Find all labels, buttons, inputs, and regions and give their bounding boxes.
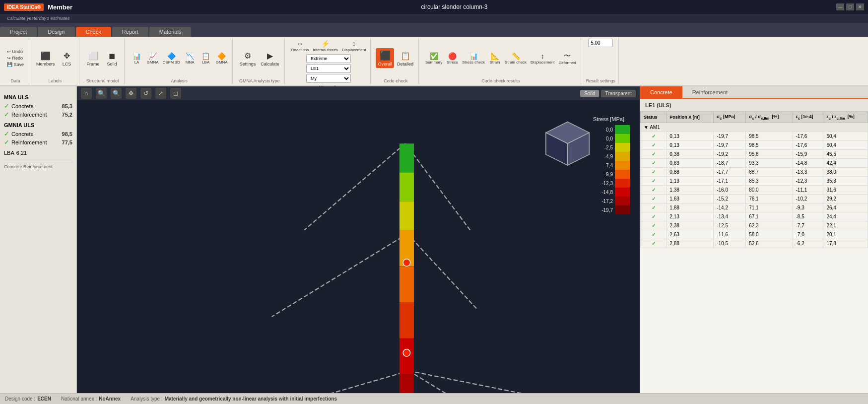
- cell-sigma-ratio: 80,0: [746, 185, 793, 194]
- results-table-container[interactable]: Status Position X [m] σc [MPa] σc / σc,l…: [640, 112, 868, 393]
- frame-icon: ⬜: [87, 50, 99, 62]
- mna-uls-title: MNA ULS: [4, 94, 72, 100]
- scale-row-3: -4,9: [593, 152, 630, 161]
- cell-status: ✓: [641, 158, 667, 167]
- am1-collapse-icon[interactable]: ▼: [644, 125, 649, 130]
- design-code-val: ECEN: [37, 396, 51, 402]
- tab-report[interactable]: Report: [112, 27, 148, 37]
- strain-button[interactable]: 📐 Strain: [487, 51, 502, 66]
- save-button[interactable]: 💾 Save: [5, 62, 26, 67]
- mna-button[interactable]: 📉 MNA: [183, 51, 198, 66]
- transparent-view-button[interactable]: Transparent: [601, 90, 636, 97]
- detailed-button[interactable]: 📋 Detailed: [395, 48, 415, 68]
- scale-row-2: -2,5: [593, 143, 630, 152]
- home-icon[interactable]: ⌂: [81, 88, 92, 99]
- main-area: MNA ULS ✓ Concrete 85,3 ✓ Reinforcement …: [0, 86, 868, 393]
- zoom-in-icon[interactable]: 🔍: [96, 88, 107, 99]
- deformed-button[interactable]: 〜 Deformed: [557, 51, 578, 66]
- rotate-icon[interactable]: ↺: [140, 88, 151, 99]
- tab-design[interactable]: Design: [38, 27, 74, 37]
- tab-materials[interactable]: Materials: [149, 27, 192, 37]
- minimize-button[interactable]: —: [836, 3, 844, 10]
- result-value-field[interactable]: 5.00: [588, 39, 613, 47]
- calculate-button[interactable]: ▶ Calculate: [259, 48, 281, 68]
- frame-button[interactable]: ⬜ Frame: [84, 48, 102, 68]
- cell-status: ✓: [641, 176, 667, 185]
- solid-view-button[interactable]: Solid: [580, 90, 599, 97]
- col-position: Position X [m]: [667, 112, 714, 123]
- fit-icon[interactable]: ⤢: [155, 88, 166, 99]
- scale-val-0: 0,0: [593, 127, 613, 133]
- tab-project[interactable]: Project: [0, 27, 37, 37]
- window-controls: — □ ✕: [836, 3, 864, 10]
- settings-button[interactable]: ⚙ Settings: [238, 48, 258, 68]
- undo-redo-save: ↩ Undo ↪ Redo 💾 Save: [5, 39, 26, 77]
- le1-dropdown[interactable]: LE1: [306, 64, 351, 73]
- gmna2-button[interactable]: 🔶 GMNA: [214, 51, 229, 66]
- summary-icon: ✅: [430, 52, 438, 60]
- lba-button[interactable]: 📋 LBA: [199, 51, 213, 66]
- scale-val-3: -4,9: [593, 154, 613, 159]
- cell-sigma-ratio: 98,5: [746, 132, 793, 140]
- table-row: ✓ 0,13 -19,7 98,5 -17,6 50,4: [641, 132, 868, 140]
- zoom-out-icon[interactable]: 🔍: [111, 88, 122, 99]
- undo-button[interactable]: ↩ Undo: [5, 49, 26, 55]
- am1-header-cell: ▼ AM1: [641, 123, 868, 132]
- structural-buttons: ⬜ Frame ◼ Solid: [84, 39, 121, 77]
- tab-concrete[interactable]: Concrete: [640, 86, 682, 98]
- close-button[interactable]: ✕: [856, 3, 864, 10]
- displacement-button[interactable]: ↕ Displacement: [340, 39, 367, 53]
- lcs-button[interactable]: ✥ LCS: [58, 48, 76, 68]
- cell-epsilon: -7,0: [793, 230, 823, 239]
- summary-button[interactable]: ✅ Summary: [424, 51, 444, 66]
- internal-forces-button[interactable]: ⚡ Internal forces: [311, 39, 339, 53]
- gmna2-icon: 🔶: [217, 52, 226, 60]
- code-check-label: Code-check: [384, 77, 407, 83]
- displacement2-button[interactable]: ↕ Displacement: [529, 51, 556, 66]
- result-tabs: Concrete Reinforcement: [640, 86, 868, 99]
- cell-epsilon-ratio: 45,5: [823, 149, 868, 158]
- cell-status: ✓: [641, 149, 667, 158]
- csfm3d-button[interactable]: 🔷 CSFM 3D: [161, 51, 182, 66]
- strain-check-button[interactable]: 📏 Strain check: [503, 51, 528, 66]
- tab-reinforcement[interactable]: Reinforcement: [682, 86, 738, 98]
- pan-icon[interactable]: ✥: [126, 88, 136, 99]
- stress-check-button[interactable]: 📊 Stress check: [461, 51, 486, 66]
- am1-header-row: ▼ AM1: [641, 123, 868, 132]
- cell-sigma: -17,7: [714, 167, 746, 176]
- color-scale: Stress [MPa] 0,0 0,0 -2,5 -4,9 -7,4: [593, 116, 630, 214]
- members-icon: ⬛: [40, 50, 52, 62]
- main-nav: Project Design Check Report Materials: [0, 23, 868, 37]
- reactions-button[interactable]: ↔ Reactions: [290, 39, 311, 53]
- members-button[interactable]: ⬛ Members: [34, 48, 57, 68]
- overall-button[interactable]: ⬛ Overall: [376, 48, 394, 68]
- lba-icon: 📋: [201, 52, 210, 60]
- gmna-button[interactable]: 📈 GMNA: [145, 51, 160, 66]
- gmnia-reinforcement-item: ✓ Reinforcement 77,5: [4, 138, 72, 146]
- cell-epsilon: -13,3: [793, 167, 823, 176]
- cell-epsilon-ratio: 42,4: [823, 158, 868, 167]
- stress-check-icon: 📊: [469, 52, 478, 60]
- solid-button[interactable]: ◼ Solid: [103, 48, 121, 68]
- table-row: ✓ 1,13 -17,1 85,3 -12,3 35,3: [641, 176, 868, 185]
- cell-status: ✓: [641, 239, 667, 248]
- scale-color-5: [615, 170, 630, 179]
- cell-epsilon-ratio: 22,1: [823, 221, 868, 230]
- tab-check[interactable]: Check: [76, 27, 111, 37]
- concrete-reinforcement-label: Concrete Reinforcement: [4, 162, 72, 169]
- structural-group-label: Structural model: [86, 77, 119, 83]
- la-button[interactable]: 📊 LA: [130, 51, 144, 66]
- ribbon: ↩ Undo ↪ Redo 💾 Save Data ⬛ Members ✥ LC…: [0, 37, 868, 86]
- redo-button[interactable]: ↪ Redo: [5, 55, 26, 61]
- csfm3d-icon: 🔷: [167, 52, 176, 60]
- my-dropdown[interactable]: My: [306, 74, 351, 83]
- extreme-dropdown[interactable]: Extreme: [306, 54, 351, 63]
- gmnia-concrete-item: ✓ Concrete 98,5: [4, 130, 72, 137]
- stress-button[interactable]: 🔴 Stress: [445, 51, 460, 66]
- cell-status: ✓: [641, 185, 667, 194]
- strain-icon: 📐: [491, 52, 499, 60]
- maximize-button[interactable]: □: [846, 3, 854, 10]
- scale-row-6: -12,3: [593, 179, 630, 188]
- view-cube-icon[interactable]: ◻: [170, 88, 181, 99]
- scale-val-1: 0,0: [593, 136, 613, 141]
